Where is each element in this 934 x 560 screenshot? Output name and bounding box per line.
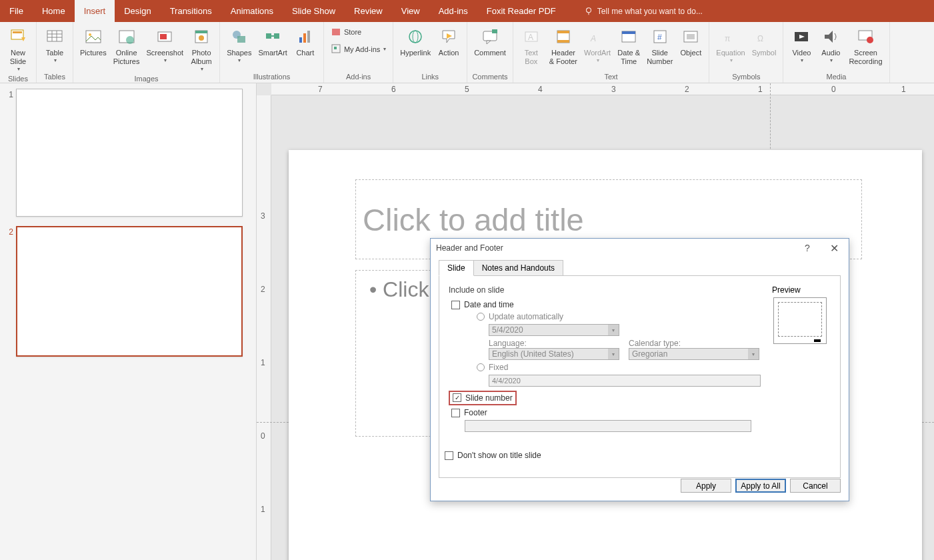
dialog-close-button[interactable]: ✕ [821, 239, 847, 257]
video-button[interactable]: Video▾ [787, 25, 815, 65]
slide-number-icon: # [651, 28, 669, 45]
svg-rect-27 [332, 29, 340, 35]
svg-rect-3 [13, 31, 22, 33]
online-pictures-button[interactable]: OnlinePictures [111, 25, 143, 67]
tab-view[interactable]: View [392, 0, 429, 22]
symbol-button[interactable]: ΩSymbol [749, 25, 779, 59]
datetime-button[interactable]: Date &Time [615, 25, 643, 67]
action-button[interactable]: Action [435, 25, 463, 59]
header-footer-button[interactable]: Header& Footer [547, 25, 580, 67]
group-slides: NewSlide▾ Slides [0, 22, 37, 83]
tab-slide-show[interactable]: Slide Show [283, 0, 345, 22]
svg-rect-41 [557, 40, 569, 43]
tab-home[interactable]: Home [33, 0, 75, 22]
svg-point-31 [413, 31, 418, 43]
comment-button[interactable]: Comment [471, 25, 509, 59]
fixed-label: Fixed [489, 363, 508, 372]
svg-rect-26 [307, 31, 310, 43]
footer-field[interactable] [465, 420, 751, 432]
svg-rect-17 [195, 31, 207, 33]
update-auto-radio[interactable] [477, 313, 485, 321]
dialog-titlebar[interactable]: Header and Footer ? ✕ [431, 239, 849, 257]
smartart-button[interactable]: SmartArt [255, 25, 289, 59]
cancel-button[interactable]: Cancel [790, 479, 841, 493]
tab-design[interactable]: Design [115, 0, 160, 22]
lightbulb-icon [584, 7, 593, 16]
photo-album-button[interactable]: PhotoAlbum▾ [187, 25, 215, 73]
smartart-icon [264, 28, 281, 45]
tell-me-search[interactable]: Tell me what you want to do... [584, 0, 703, 22]
textbox-button[interactable]: ATextBox [517, 25, 545, 67]
date-time-checkbox[interactable] [451, 301, 460, 309]
slide-number-checkbox[interactable] [453, 393, 461, 402]
audio-icon [822, 28, 839, 45]
language-combo[interactable]: English (United States)▾ [489, 348, 619, 360]
thumb-preview [16, 89, 243, 217]
svg-point-0 [586, 7, 591, 12]
dialog-tab-notes[interactable]: Notes and Handouts [473, 260, 563, 276]
header-footer-icon [555, 28, 572, 45]
tab-animations[interactable]: Animations [221, 0, 283, 22]
thumbnail-2[interactable]: 2 [0, 226, 256, 357]
svg-point-55 [867, 37, 873, 43]
group-media: Video▾ Audio▾ ScreenRecording Media [783, 22, 889, 83]
audio-button[interactable]: Audio▾ [817, 25, 845, 65]
svg-text:A: A [590, 34, 596, 43]
footer-checkbox[interactable] [451, 409, 460, 417]
tab-insert[interactable]: Insert [75, 0, 115, 22]
screen-recording-button[interactable]: ScreenRecording [846, 25, 885, 67]
preview-image [773, 297, 827, 344]
group-links: Hyperlink Action Links [393, 22, 467, 83]
group-label-media: Media [787, 71, 885, 83]
svg-rect-29 [334, 47, 337, 49]
dialog-tab-slide[interactable]: Slide [439, 260, 474, 276]
screen-recording-icon [857, 28, 874, 45]
slide-number-button[interactable]: #SlideNumber [644, 25, 675, 67]
shapes-button[interactable]: Shapes▾ [224, 25, 254, 65]
svg-rect-25 [303, 33, 306, 43]
fixed-radio[interactable] [477, 363, 485, 371]
thumb-preview [16, 226, 243, 357]
fixed-date-field[interactable]: 4/4/2020 [489, 375, 761, 387]
object-button[interactable]: Object [677, 25, 705, 59]
calendar-combo[interactable]: Gregorian▾ [629, 348, 759, 360]
pictures-button[interactable]: Pictures [77, 25, 109, 59]
svg-text:#: # [657, 33, 662, 42]
tab-file[interactable]: File [0, 0, 33, 22]
group-addins: Store My Add-ins ▾ Add-ins [324, 22, 393, 83]
update-auto-label: Update automatically [489, 312, 563, 321]
svg-text:π: π [725, 34, 730, 43]
tab-foxit[interactable]: Foxit Reader PDF [477, 0, 565, 22]
svg-rect-20 [237, 36, 245, 43]
apply-to-all-button[interactable]: Apply to All [735, 479, 786, 493]
wordart-button[interactable]: AWordArt▾ [581, 25, 613, 65]
preview-panel: Preview [772, 285, 831, 344]
date-combo[interactable]: 5/4/2020▾ [489, 324, 619, 336]
object-icon [682, 28, 699, 45]
language-label: Language: [489, 339, 619, 348]
group-symbols: πEquation▾ ΩSymbol Symbols [709, 22, 783, 83]
tab-transitions[interactable]: Transitions [161, 0, 221, 22]
svg-point-18 [199, 35, 204, 41]
store-button[interactable]: Store [328, 25, 364, 38]
action-icon [440, 28, 457, 45]
slide-number-label: Slide number [465, 393, 513, 403]
dont-show-title-checkbox[interactable] [445, 451, 453, 460]
my-addins-button[interactable]: My Add-ins ▾ [328, 42, 389, 55]
thumbnail-1[interactable]: 1 [0, 89, 256, 217]
new-slide-button[interactable]: NewSlide▾ [4, 25, 32, 73]
chart-button[interactable]: Chart [291, 25, 319, 59]
svg-rect-24 [299, 37, 302, 43]
svg-point-13 [126, 36, 134, 44]
apply-button[interactable]: Apply [681, 479, 731, 493]
table-button[interactable]: Table▾ [41, 25, 69, 65]
video-icon [793, 28, 810, 45]
group-label-symbols: Symbols [713, 71, 779, 83]
hyperlink-button[interactable]: Hyperlink [397, 25, 433, 59]
tab-review[interactable]: Review [345, 0, 392, 22]
tab-addins[interactable]: Add-ins [429, 0, 477, 22]
screenshot-button[interactable]: Screenshot▾ [144, 25, 187, 65]
dialog-help-button[interactable]: ? [794, 239, 821, 257]
equation-button[interactable]: πEquation▾ [713, 25, 747, 65]
svg-rect-36 [492, 29, 497, 33]
